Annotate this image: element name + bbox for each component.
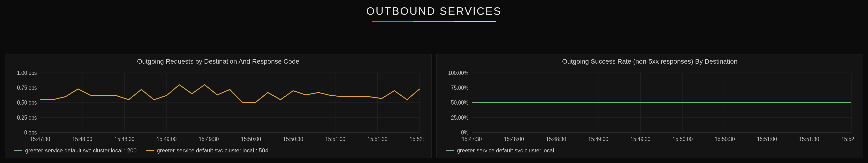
svg-text:15:51:30: 15:51:30 [367, 135, 388, 142]
svg-text:15:50:00: 15:50:00 [241, 135, 261, 142]
svg-text:15:50:00: 15:50:00 [673, 135, 692, 142]
svg-text:15:51:30: 15:51:30 [799, 135, 819, 142]
svg-text:15:51:00: 15:51:00 [325, 135, 345, 142]
svg-text:50.00%: 50.00% [451, 99, 468, 106]
svg-text:15:49:30: 15:49:30 [630, 135, 650, 142]
legend-right: greeter-service.default.svc.cluster.loca… [437, 144, 863, 158]
panel-title: Outgoing Success Rate (non-5xx responses… [437, 54, 863, 67]
svg-text:15:48:00: 15:48:00 [72, 135, 92, 142]
section-title: OUTBOUND SERVICES [366, 5, 502, 18]
svg-text:15:48:30: 15:48:30 [546, 135, 566, 142]
svg-text:15:49:00: 15:49:00 [157, 135, 177, 142]
legend-swatch [446, 150, 454, 151]
legend-item[interactable]: greeter-service.default.svc.cluster.loca… [14, 147, 137, 154]
svg-text:1.00 ops: 1.00 ops [17, 70, 37, 76]
legend-label: greeter-service.default.svc.cluster.loca… [157, 147, 269, 154]
svg-text:75.00%: 75.00% [451, 84, 468, 91]
svg-text:15:52:00: 15:52:00 [841, 135, 856, 142]
svg-text:0.75 ops: 0.75 ops [17, 84, 37, 91]
section-underline [372, 21, 496, 22]
plot-area-right[interactable]: 0%25.00%50.00%75.00%100.00%15:47:3015:48… [444, 70, 856, 144]
svg-text:15:47:30: 15:47:30 [30, 135, 50, 142]
chart-svg-left: 0 ops0.25 ops0.50 ops0.75 ops1.00 ops15:… [12, 70, 424, 144]
svg-text:15:52:00: 15:52:00 [409, 135, 424, 142]
svg-text:0%: 0% [461, 129, 469, 136]
legend-label: greeter-service.default.svc.cluster.loca… [25, 147, 137, 154]
svg-text:0.25 ops: 0.25 ops [17, 114, 37, 121]
svg-text:0 ops: 0 ops [24, 129, 37, 136]
svg-text:15:49:00: 15:49:00 [588, 135, 608, 142]
panel-title: Outgoing Requests by Destination And Res… [5, 54, 431, 67]
svg-text:15:47:30: 15:47:30 [462, 135, 482, 142]
svg-text:0.50 ops: 0.50 ops [17, 99, 37, 106]
svg-text:15:50:30: 15:50:30 [715, 135, 735, 142]
legend-left: greeter-service.default.svc.cluster.loca… [5, 144, 431, 158]
panels-row: Outgoing Requests by Destination And Res… [5, 54, 863, 158]
svg-text:100.00%: 100.00% [448, 70, 468, 76]
svg-text:15:48:00: 15:48:00 [504, 135, 524, 142]
chart-svg-right: 0%25.00%50.00%75.00%100.00%15:47:3015:48… [444, 70, 856, 144]
panel-outgoing-requests[interactable]: Outgoing Requests by Destination And Res… [5, 54, 432, 158]
svg-text:15:48:30: 15:48:30 [114, 135, 134, 142]
svg-text:25.00%: 25.00% [451, 114, 468, 121]
svg-text:15:50:30: 15:50:30 [283, 135, 303, 142]
legend-label: greeter-service.default.svc.cluster.loca… [457, 147, 554, 154]
legend-swatch [146, 150, 154, 151]
plot-area-left[interactable]: 0 ops0.25 ops0.50 ops0.75 ops1.00 ops15:… [12, 70, 424, 144]
legend-item[interactable]: greeter-service.default.svc.cluster.loca… [146, 147, 269, 154]
svg-text:15:51:00: 15:51:00 [757, 135, 777, 142]
legend-swatch [14, 150, 22, 151]
svg-text:15:49:30: 15:49:30 [199, 135, 219, 142]
panel-success-rate[interactable]: Outgoing Success Rate (non-5xx responses… [436, 54, 863, 158]
legend-item[interactable]: greeter-service.default.svc.cluster.loca… [446, 147, 554, 154]
